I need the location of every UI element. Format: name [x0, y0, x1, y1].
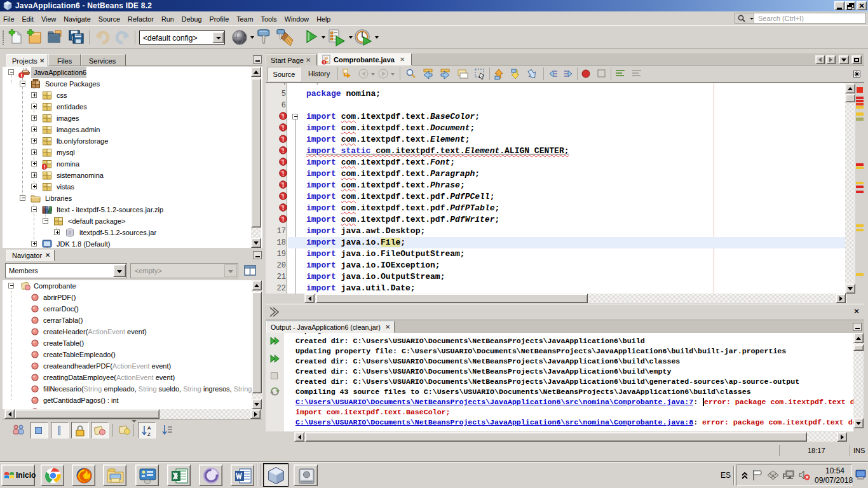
svg-text:A: A: [147, 425, 151, 431]
svg-text:Z: Z: [147, 431, 151, 437]
